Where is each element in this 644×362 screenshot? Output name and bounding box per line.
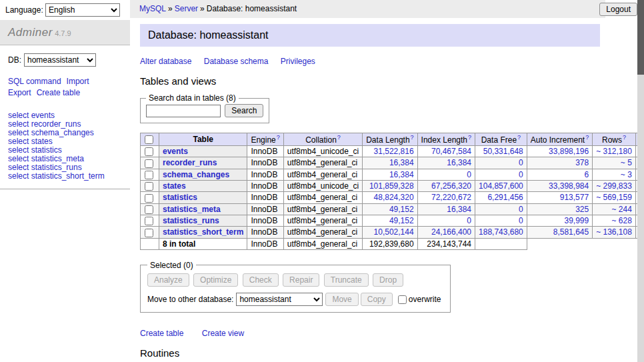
breadcrumb-server-link[interactable]: Server xyxy=(175,4,198,13)
sidebar-item-select-statistics-short-term[interactable]: select statistics_short_term xyxy=(8,172,122,181)
auto-increment-link[interactable]: 913,577 xyxy=(560,193,589,202)
doc-help-link[interactable]: ? xyxy=(623,134,626,141)
scrollbar-thumb[interactable] xyxy=(637,0,644,75)
scrollbar[interactable] xyxy=(637,0,644,362)
search-input[interactable] xyxy=(146,105,221,117)
rows-link[interactable]: ~ 628 xyxy=(612,216,632,225)
app-name[interactable]: Adminer xyxy=(8,26,53,39)
sidebar-item-select-events[interactable]: select events xyxy=(8,111,122,120)
row-select-checkbox[interactable] xyxy=(145,147,153,156)
auto-increment-link[interactable]: 39,999 xyxy=(564,216,589,225)
language-select[interactable]: English xyxy=(45,3,120,17)
data-free-link[interactable]: 50,331,648 xyxy=(483,147,523,156)
sql-command-link[interactable]: SQL command xyxy=(8,77,61,86)
data-free-link[interactable]: 6,291,456 xyxy=(487,193,523,202)
data-free-link[interactable]: 188,743,680 xyxy=(479,227,523,237)
table-name-link[interactable]: statistics_meta xyxy=(163,205,221,214)
move-button[interactable]: Move xyxy=(325,293,358,306)
auto-increment-link[interactable]: 8,581,645 xyxy=(553,227,589,237)
rows-link[interactable]: ~ 569,159 xyxy=(596,193,632,202)
table-name-link[interactable]: recorder_runs xyxy=(163,158,217,167)
index-length-link[interactable]: 70,467,584 xyxy=(431,147,471,156)
index-length-link[interactable]: 0 xyxy=(467,216,471,225)
auto-increment-link[interactable]: 378 xyxy=(575,158,589,167)
copy-button[interactable]: Copy xyxy=(361,293,393,306)
repair-button[interactable]: Repair xyxy=(283,273,319,287)
auto-increment-link[interactable]: 33,398,984 xyxy=(549,181,589,191)
index-length-link[interactable]: 72,220,672 xyxy=(431,193,471,202)
data-length-link[interactable]: 16,384 xyxy=(389,158,414,167)
index-length-link[interactable]: 16,384 xyxy=(447,205,471,214)
doc-help-link[interactable]: ? xyxy=(585,134,589,141)
table-name-link[interactable]: statistics_runs xyxy=(163,216,219,225)
drop-button[interactable]: Drop xyxy=(373,273,403,287)
move-db-select[interactable]: homeassistant xyxy=(236,293,323,306)
doc-help-link[interactable]: ? xyxy=(411,134,414,141)
data-free-link[interactable]: 0 xyxy=(519,158,523,167)
sidebar-item-select-schema-changes[interactable]: select schema_changes xyxy=(8,129,122,137)
auto-increment-link[interactable]: 33,898,196 xyxy=(549,147,589,156)
rows-link[interactable]: ~ 312,180 xyxy=(596,147,632,156)
rows-link[interactable]: ~ 3 xyxy=(621,170,632,179)
auto-increment-link[interactable]: 6 xyxy=(584,170,589,179)
doc-help-link[interactable]: ? xyxy=(468,134,471,141)
index-length-link[interactable]: 67,256,320 xyxy=(431,181,471,191)
table-name-link[interactable]: schema_changes xyxy=(163,170,229,179)
row-select-checkbox[interactable] xyxy=(145,171,153,179)
check-button[interactable]: Check xyxy=(243,273,279,287)
import-link[interactable]: Import xyxy=(67,77,89,86)
optimize-button[interactable]: Optimize xyxy=(193,273,238,287)
create-table-link[interactable]: Create table xyxy=(37,88,80,97)
data-length-link[interactable]: 49,152 xyxy=(389,216,414,225)
data-free-link[interactable]: 0 xyxy=(519,205,523,214)
auto-increment-link[interactable]: 325 xyxy=(575,205,589,214)
doc-help-link[interactable]: ? xyxy=(517,134,521,141)
sidebar-item-select-recorder-runs[interactable]: select recorder_runs xyxy=(8,120,122,129)
overwrite-checkbox[interactable] xyxy=(398,295,407,304)
table-name-link[interactable]: events xyxy=(163,147,188,156)
breadcrumb-mysql-link[interactable]: MySQL xyxy=(139,4,166,13)
data-free-link[interactable]: 0 xyxy=(519,216,523,225)
sidebar-item-select-statistics-meta[interactable]: select statistics_meta xyxy=(8,155,122,163)
rows-link[interactable]: ~ 299,833 xyxy=(596,181,632,191)
index-length-link[interactable]: 24,166,400 xyxy=(431,227,471,237)
logout-button[interactable]: Logout xyxy=(599,3,637,16)
truncate-button[interactable]: Truncate xyxy=(324,273,369,287)
table-name-link[interactable]: states xyxy=(163,181,186,191)
rows-link[interactable]: ~ 244 xyxy=(612,205,632,214)
select-all-checkbox[interactable] xyxy=(145,135,153,144)
search-button[interactable]: Search xyxy=(225,104,263,117)
row-select-checkbox[interactable] xyxy=(145,229,153,237)
data-length-link[interactable]: 31,522,816 xyxy=(374,147,414,156)
row-select-checkbox[interactable] xyxy=(145,217,153,225)
row-select-checkbox[interactable] xyxy=(145,159,153,168)
data-free-link[interactable]: 104,857,600 xyxy=(479,181,523,191)
table-name-link[interactable]: statistics_short_term xyxy=(163,227,243,237)
row-select-checkbox[interactable] xyxy=(145,182,153,191)
data-length-link[interactable]: 16,384 xyxy=(389,170,414,179)
export-link[interactable]: Export xyxy=(8,88,31,97)
create-view-link[interactable]: Create view xyxy=(202,329,244,338)
rows-link[interactable]: ~ 5 xyxy=(621,158,632,167)
data-length-link[interactable]: 48,824,320 xyxy=(374,193,414,202)
rows-link[interactable]: ~ 136,108 xyxy=(596,227,632,237)
row-select-checkbox[interactable] xyxy=(145,194,153,203)
sidebar-item-select-statistics-runs[interactable]: select statistics_runs xyxy=(8,163,122,172)
analyze-button[interactable]: Analyze xyxy=(147,273,189,287)
create-table-link-main[interactable]: Create table xyxy=(140,329,183,338)
sidebar-item-select-statistics[interactable]: select statistics xyxy=(8,146,122,155)
index-length-link[interactable]: 0 xyxy=(467,170,471,179)
data-free-link[interactable]: 0 xyxy=(519,170,523,179)
doc-help-link[interactable]: ? xyxy=(277,134,280,141)
database-schema-link[interactable]: Database schema xyxy=(204,57,269,66)
data-length-link[interactable]: 101,859,328 xyxy=(369,181,414,191)
db-select[interactable]: homeassistant xyxy=(24,53,96,67)
row-select-checkbox[interactable] xyxy=(145,205,153,214)
index-length-link[interactable]: 16,384 xyxy=(447,158,471,167)
table-name-link[interactable]: statistics xyxy=(163,193,197,202)
sidebar-item-select-states[interactable]: select states xyxy=(8,137,122,146)
data-length-link[interactable]: 10,502,144 xyxy=(374,227,414,237)
privileges-link[interactable]: Privileges xyxy=(281,57,315,66)
doc-help-link[interactable]: ? xyxy=(337,134,341,141)
data-length-link[interactable]: 49,152 xyxy=(389,205,414,214)
